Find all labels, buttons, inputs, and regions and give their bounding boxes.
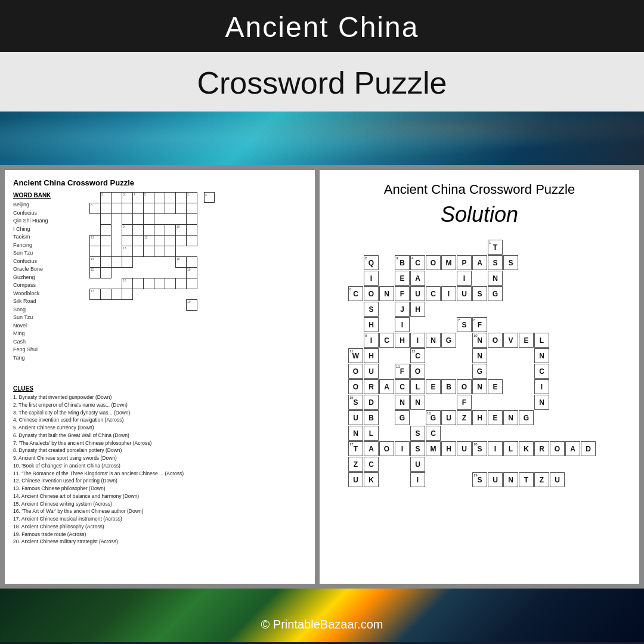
clue-5: 5. Ancient Chinese currency (Down) (13, 424, 306, 432)
footer-copyright: © PrintableBazaar.com (261, 618, 383, 631)
left-panel-title: Ancient China Crossword Puzzle (13, 178, 306, 187)
clue-2: 2. The first emperor of China's name was… (13, 401, 306, 409)
clue-8: 8. Dynasty that created porcelain potter… (13, 447, 306, 454)
clue-13: 13. Famous Chinese philosopher (Down) (13, 485, 306, 493)
clue-18: 18. Ancient Chinese philosophy (Across) (13, 523, 306, 531)
clue-3: 3. The capital city of the Ming dynasty … (13, 409, 306, 417)
clue-4: 4. Chinese invention used for navigation… (13, 416, 306, 424)
clue-12: 12. Chinese invention used for printing … (13, 477, 306, 485)
panel-right: Ancient China Crossword Puzzle Solution … (320, 170, 639, 584)
clue-19: 19. Famous trade route (Across) (13, 531, 306, 538)
clue-11: 11. 'The Romance of the Three Kingdoms' … (13, 470, 306, 478)
clue-16: 16. 'The Art of War' by this ancient Chi… (13, 507, 306, 515)
clue-17: 17. Ancient Chinese musical instrument (… (13, 515, 306, 523)
decorative-image-top (0, 112, 644, 165)
solution-grid: 1T2Q3B4COMPASSIEAIN6CONFUCIUSGSJHHI7S8F9… (342, 237, 617, 535)
clues-label: CLUES (13, 385, 306, 392)
solution-panel-title: Ancient China Crossword Puzzle (328, 182, 631, 197)
clue-20: 20. Ancient Chinese military strategist … (13, 538, 306, 546)
clue-6: 6. Dynasty that built the Great Wall of … (13, 432, 306, 439)
clue-9: 9. Ancient Chinese sport using swords (D… (13, 454, 306, 462)
word-bank-label: WORD BANK (13, 192, 67, 199)
footer-image: © PrintableBazaar.com (0, 589, 644, 642)
clues-section: CLUES 1. Dynasty that invented gunpowder… (13, 385, 306, 546)
clue-10: 10. 'Book of Changes' in ancient China (… (13, 462, 306, 470)
clue-7: 7. 'The Analects' by this ancient Chines… (13, 439, 306, 447)
page-title: Ancient China (0, 11, 644, 44)
clue-14: 14. Ancient Chinese art of balance and h… (13, 493, 306, 500)
header-top: Ancient China (0, 0, 644, 52)
main-content: Ancient China Crossword Puzzle WORD BANK… (0, 165, 644, 589)
clue-15: 15. Ancient Chinese writing system (Acro… (13, 500, 306, 508)
solution-label: Solution (328, 202, 631, 227)
header-subtitle: Crossword Puzzle (0, 52, 644, 112)
word-bank-list: BeijingConfuciusQin Shi Huang I ChingTao… (13, 201, 67, 362)
clue-1: 1. Dynasty that invented gunpowder (Down… (13, 394, 306, 401)
panel-left: Ancient China Crossword Puzzle WORD BANK… (5, 170, 315, 584)
crossword-subtitle: Crossword Puzzle (0, 65, 644, 101)
